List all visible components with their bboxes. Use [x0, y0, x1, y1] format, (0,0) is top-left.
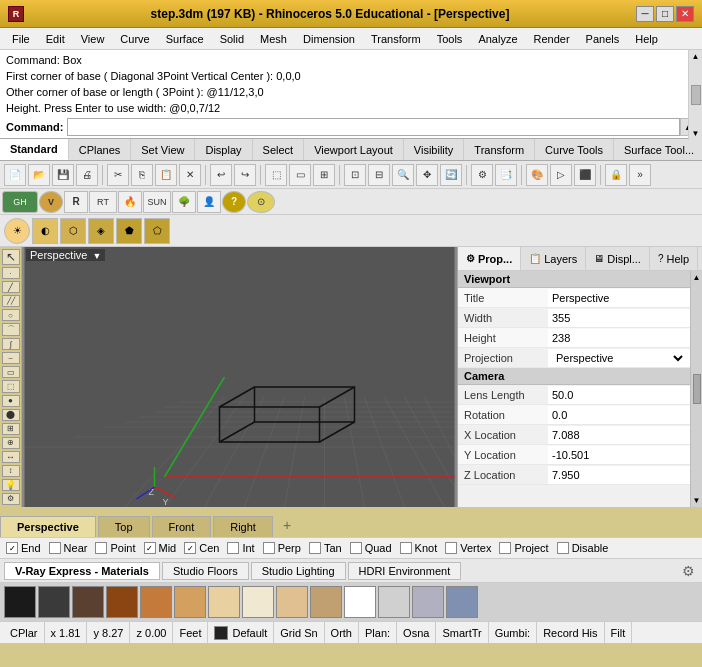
tool-circle[interactable]: ○	[2, 309, 20, 321]
snap-near[interactable]: Near	[49, 542, 88, 554]
viewport-label[interactable]: Perspective ▼	[26, 249, 105, 261]
snap-tan-check[interactable]	[309, 542, 321, 554]
tb-render[interactable]: 🎨	[526, 164, 548, 186]
tb-window-sel[interactable]: ▭	[289, 164, 311, 186]
tab-select[interactable]: Select	[253, 139, 305, 160]
maximize-button[interactable]: □	[656, 6, 674, 22]
menu-mesh[interactable]: Mesh	[252, 31, 295, 47]
tool-polyline[interactable]: ╱╱	[2, 295, 20, 307]
snap-knot[interactable]: Knot	[400, 542, 438, 554]
vp-tab-add[interactable]: +	[275, 513, 299, 537]
snap-mid-check[interactable]: ✓	[144, 542, 156, 554]
tb-paste[interactable]: 📋	[155, 164, 177, 186]
tb2-person[interactable]: 👤	[197, 191, 221, 213]
status-grid[interactable]: Grid Sn	[274, 622, 324, 643]
sun-btn-2[interactable]: ◐	[32, 218, 58, 244]
vp-tab-front[interactable]: Front	[152, 516, 212, 537]
tb-new[interactable]: 📄	[4, 164, 26, 186]
snap-cen[interactable]: ✓ Cen	[184, 542, 219, 554]
tb-rotate[interactable]: 🔄	[440, 164, 462, 186]
tb2-vray[interactable]: V	[39, 191, 63, 213]
prop-projection-value[interactable]: Perspective Parallel	[548, 349, 690, 367]
tb2-grasshopper[interactable]: GH	[2, 191, 38, 213]
tool-freeform[interactable]: ~	[2, 352, 20, 364]
tool-curve[interactable]: ∫	[2, 338, 20, 350]
projection-select[interactable]: Perspective Parallel	[552, 351, 686, 365]
tool-settings[interactable]: ⚙	[2, 493, 20, 505]
snap-vertex[interactable]: Vertex	[445, 542, 491, 554]
status-cplane[interactable]: CPlar	[4, 622, 45, 643]
tool-boolean[interactable]: ⊕	[2, 437, 20, 449]
tool-sphere[interactable]: ●	[2, 395, 20, 407]
snap-end[interactable]: ✓ End	[6, 542, 41, 554]
tb-layers[interactable]: 📑	[495, 164, 517, 186]
snap-int[interactable]: Int	[227, 542, 254, 554]
tab-curve-tools[interactable]: Curve Tools	[535, 139, 614, 160]
snap-perp-check[interactable]	[263, 542, 275, 554]
tb2-flame[interactable]: 🔥	[118, 191, 142, 213]
swatch-1[interactable]	[4, 586, 36, 618]
tool-transform[interactable]: ↔	[2, 451, 20, 463]
sun-btn-6[interactable]: ⬠	[144, 218, 170, 244]
tb2-tree[interactable]: 🌳	[172, 191, 196, 213]
tb-select[interactable]: ⬚	[265, 164, 287, 186]
command-input[interactable]	[67, 118, 680, 136]
sun-btn-1[interactable]: ☀	[4, 218, 30, 244]
tb2-circle[interactable]: ⊙	[247, 191, 275, 213]
snap-disable[interactable]: Disable	[557, 542, 609, 554]
tb-zoom-in[interactable]: 🔍	[392, 164, 414, 186]
sun-btn-3[interactable]: ⬡	[60, 218, 86, 244]
tb-render-preview[interactable]: ▷	[550, 164, 572, 186]
viewport-dropdown-icon[interactable]: ▼	[93, 251, 102, 261]
vp-tab-top[interactable]: Top	[98, 516, 150, 537]
swatch-5[interactable]	[140, 586, 172, 618]
tb2-sun[interactable]: SUN	[143, 191, 171, 213]
tb-cut[interactable]: ✂	[107, 164, 129, 186]
menu-help[interactable]: Help	[627, 31, 666, 47]
tb2-rt[interactable]: RT	[89, 191, 117, 213]
snap-cen-check[interactable]: ✓	[184, 542, 196, 554]
swatch-13[interactable]	[412, 586, 444, 618]
cmd-scroll-bar[interactable]: ▲ ▼	[688, 50, 702, 140]
mat-tab-hdri[interactable]: HDRI Environment	[348, 562, 462, 580]
swatch-6[interactable]	[174, 586, 206, 618]
snap-near-check[interactable]	[49, 542, 61, 554]
mat-tab-lighting[interactable]: Studio Lighting	[251, 562, 346, 580]
swatch-12[interactable]	[378, 586, 410, 618]
swatch-4[interactable]	[106, 586, 138, 618]
tb-print[interactable]: 🖨	[76, 164, 98, 186]
mat-settings-btn[interactable]: ⚙	[678, 561, 698, 581]
tool-line[interactable]: ╱	[2, 281, 20, 293]
menu-tools[interactable]: Tools	[429, 31, 471, 47]
tool-box[interactable]: ⬚	[2, 380, 20, 392]
tool-lights[interactable]: 💡	[2, 479, 20, 491]
tb-open[interactable]: 📂	[28, 164, 50, 186]
tab-surface-tools[interactable]: Surface Tool...	[614, 139, 702, 160]
swatch-7[interactable]	[208, 586, 240, 618]
snap-disable-check[interactable]	[557, 542, 569, 554]
swatch-11[interactable]	[344, 586, 376, 618]
tb-copy[interactable]: ⎘	[131, 164, 153, 186]
prop-scroll-up[interactable]: ▲	[693, 273, 701, 282]
tool-arc[interactable]: ⌒	[2, 323, 20, 336]
prop-tab-display[interactable]: 🖥 Displ...	[586, 247, 650, 270]
snap-perp[interactable]: Perp	[263, 542, 301, 554]
tb-zoom-ext[interactable]: ⊡	[344, 164, 366, 186]
status-layer[interactable]: Default	[208, 622, 274, 643]
snap-project[interactable]: Project	[499, 542, 548, 554]
status-gumball[interactable]: Gumbi:	[489, 622, 537, 643]
menu-surface[interactable]: Surface	[158, 31, 212, 47]
mat-tab-floors[interactable]: Studio Floors	[162, 562, 249, 580]
tab-standard[interactable]: Standard	[0, 139, 69, 160]
tb-properties[interactable]: ⚙	[471, 164, 493, 186]
snap-quad-check[interactable]	[350, 542, 362, 554]
swatch-3[interactable]	[72, 586, 104, 618]
tb-lock[interactable]: 🔒	[605, 164, 627, 186]
tb2-question[interactable]: ?	[222, 191, 246, 213]
tb-undo[interactable]: ↩	[210, 164, 232, 186]
menu-edit[interactable]: Edit	[38, 31, 73, 47]
minimize-button[interactable]: ─	[636, 6, 654, 22]
menu-transform[interactable]: Transform	[363, 31, 429, 47]
prop-tab-properties[interactable]: ⚙ Prop...	[458, 247, 521, 270]
status-record-history[interactable]: Record His	[537, 622, 604, 643]
